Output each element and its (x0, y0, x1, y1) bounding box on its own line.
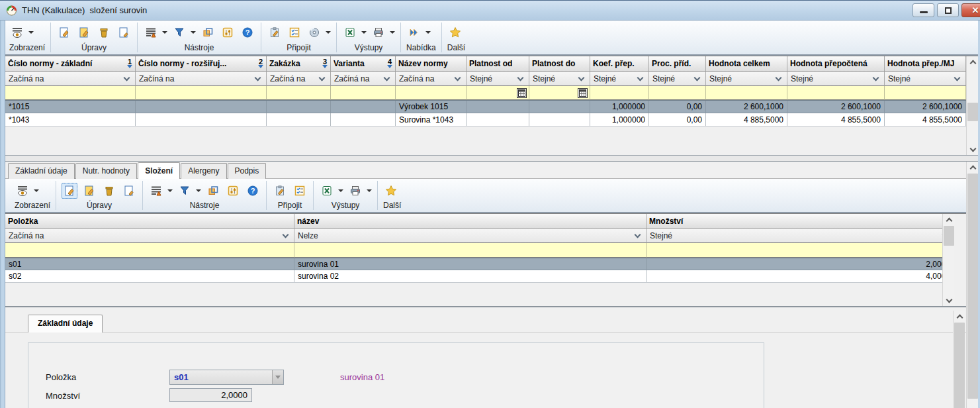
column-header[interactable]: Zakázka3 (267, 56, 331, 72)
search-cell[interactable] (646, 243, 954, 258)
cell-zakazka[interactable] (267, 113, 331, 126)
column-header[interactable]: Hodnota přep./MJ (885, 56, 966, 72)
cell-nazev[interactable]: Surovina *1043 (396, 113, 467, 126)
column-header[interactable]: Položka (5, 214, 294, 229)
cell-polozka[interactable]: s02 (5, 270, 294, 282)
edit-record-button[interactable] (81, 183, 97, 199)
column-header[interactable]: Koef. přep. (590, 56, 649, 72)
excel-export-button[interactable] (342, 25, 358, 40)
scrollbar-thumb[interactable] (954, 323, 965, 408)
tab-detail-zakladni-udaje[interactable]: Základní údaje (28, 315, 103, 332)
attach-note-button[interactable] (267, 25, 283, 40)
filter-combo[interactable]: Stejné (649, 72, 706, 86)
column-header[interactable]: název (294, 214, 646, 229)
merge-button[interactable] (200, 25, 216, 40)
maximize-button[interactable] (937, 3, 959, 17)
slozeni-scrollbar[interactable] (942, 214, 954, 307)
chevron-down-icon[interactable] (326, 31, 331, 34)
menu-button[interactable] (406, 25, 422, 40)
cell-varianta[interactable] (331, 113, 396, 126)
scroll-up-button[interactable] (954, 311, 965, 322)
view-menu-button[interactable] (15, 183, 30, 199)
minimize-button[interactable] (913, 3, 934, 17)
filter-combo[interactable]: Stejné (467, 72, 529, 86)
favorites-button[interactable] (447, 25, 463, 40)
merge-button[interactable] (205, 183, 221, 199)
search-cell[interactable] (885, 86, 966, 100)
norms-row-1043[interactable]: *1043 Surovina *1043 1,000000 0,00 4 885… (5, 113, 966, 127)
scroll-up-button[interactable] (967, 162, 979, 173)
cell-prep-mj[interactable]: 4 855,5000 (885, 113, 966, 126)
cell-zakazka[interactable] (267, 101, 331, 113)
filter-combo[interactable]: Začíná na (5, 72, 136, 86)
slozeni-row-s01[interactable]: s01 surovina 01 2,0000 (5, 258, 954, 270)
search-cell[interactable] (649, 86, 706, 100)
calendar-button[interactable] (517, 88, 527, 98)
cell-mnozstvi[interactable]: 2,0000 (646, 258, 954, 270)
cell-proc[interactable]: 0,00 (649, 113, 706, 126)
view-menu-button[interactable] (9, 25, 25, 40)
tab-zakladni-udaje[interactable]: Základní údaje (8, 163, 75, 179)
chevron-down-icon[interactable] (196, 189, 201, 192)
filter-combo[interactable]: Stejné (787, 72, 885, 86)
cell-proc[interactable]: 0,00 (649, 101, 706, 113)
chevron-down-icon[interactable] (338, 189, 343, 192)
column-header[interactable]: Platnost od (467, 56, 529, 72)
favorites-button[interactable] (383, 183, 399, 199)
column-header[interactable]: Číslo normy - rozšiřuj...2 (136, 56, 267, 72)
filter-combo[interactable]: Stejné (529, 72, 590, 86)
new-record-button[interactable] (56, 25, 72, 40)
filter-combo[interactable]: Nelze (294, 229, 646, 243)
search-cell[interactable] (590, 86, 649, 100)
horizontal-splitter[interactable] (0, 155, 980, 162)
cell-rozsir[interactable] (136, 113, 267, 126)
settings-button[interactable] (220, 25, 236, 40)
chevron-down-icon[interactable] (28, 31, 34, 34)
column-header[interactable]: Množství (646, 214, 954, 229)
chevron-down-icon[interactable] (390, 31, 395, 34)
delete-record-button[interactable] (101, 183, 117, 199)
cell-celkem[interactable]: 2 600,1000 (706, 101, 787, 113)
cell-prepoctena[interactable]: 4 855,5000 (787, 113, 885, 126)
tab-nutr-hodnoty[interactable]: Nutr. hodnoty (75, 163, 137, 179)
cell-prepoctena[interactable]: 2 600,1000 (787, 101, 885, 113)
search-cell[interactable] (396, 86, 467, 100)
chevron-down-icon[interactable] (191, 31, 196, 34)
filter-button[interactable] (171, 25, 187, 40)
column-header[interactable]: Platnost do (529, 56, 590, 72)
filter-combo[interactable]: Začíná na (396, 72, 467, 86)
search-cell[interactable] (294, 243, 646, 258)
column-header[interactable]: Proc. příd. (649, 56, 706, 72)
tab-podpis[interactable]: Podpis (228, 163, 267, 179)
slozeni-row-s02[interactable]: s02 surovina 02 4,0000 (5, 270, 954, 283)
search-cell[interactable] (331, 86, 396, 100)
cell-celkem[interactable]: 4 885,5000 (706, 113, 787, 126)
search-cell[interactable] (706, 86, 787, 100)
cell-platnost-do[interactable] (529, 101, 590, 113)
attach-note-button[interactable] (272, 183, 288, 199)
filter-combo[interactable]: Začíná na (136, 72, 267, 86)
column-header[interactable]: Hodnota celkem (706, 56, 787, 72)
sort-tools-button[interactable] (148, 183, 164, 199)
norms-scrollbar[interactable] (966, 56, 978, 156)
print-button[interactable] (347, 183, 363, 199)
scrollbar-thumb[interactable] (944, 226, 954, 246)
edit-record-button[interactable] (76, 25, 92, 40)
detail-scrollbar[interactable] (953, 311, 965, 408)
cell-koef[interactable]: 1,000000 (590, 101, 649, 113)
column-header[interactable]: Hodnota přepočtená (787, 56, 885, 72)
column-header[interactable]: Varianta4 (331, 56, 396, 72)
search-cell[interactable] (529, 86, 590, 100)
filter-combo[interactable]: Stejné (646, 229, 954, 243)
cell-polozka[interactable]: s01 (5, 258, 294, 270)
chevron-down-icon[interactable] (425, 31, 431, 34)
cell-varianta[interactable] (331, 101, 396, 113)
search-cell[interactable] (5, 86, 136, 100)
search-cell[interactable] (787, 86, 885, 100)
scroll-down-button[interactable] (967, 144, 979, 156)
search-cell[interactable] (467, 86, 529, 100)
search-cell[interactable] (267, 86, 331, 100)
excel-export-button[interactable] (319, 183, 335, 199)
cell-mnozstvi[interactable]: 4,0000 (646, 270, 954, 282)
filter-combo[interactable]: Stejné (885, 72, 966, 86)
